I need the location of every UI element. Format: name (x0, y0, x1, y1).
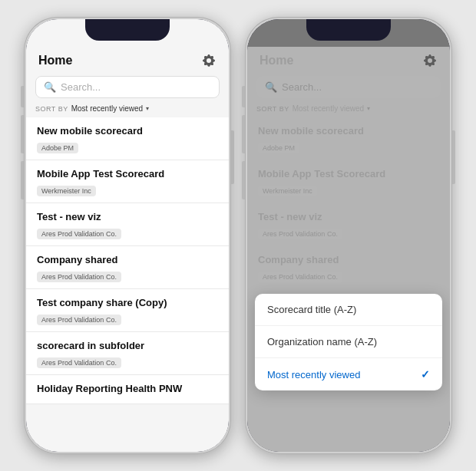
notch-right (306, 19, 391, 41)
sort-bar-left[interactable]: SORT BY Most recently viewed ▾ (26, 103, 229, 117)
list-item-title: Test company share (Copy) (37, 297, 218, 308)
list-item[interactable]: New mobile scorecard Adobe PM (26, 117, 229, 160)
app-content-left: Home 🔍 Search... SORT BY Most recently v… (26, 47, 229, 452)
app-header-left: Home (26, 47, 229, 73)
search-icon-left: 🔍 (44, 81, 56, 93)
volume-up-button-right (242, 115, 245, 153)
mute-button-right (242, 86, 245, 107)
list-item[interactable]: Holiday Reporting Health PNW (26, 375, 229, 404)
dropdown-item[interactable]: Scorecard title (A-Z) (255, 294, 442, 326)
screen-right: Home 🔍 Search... SORT BY Most recently v… (247, 19, 450, 452)
list-item-badge: Ares Prod Validation Co. (37, 357, 121, 368)
phones-container: Home 🔍 Search... SORT BY Most recently v… (16, 9, 460, 462)
volume-down-button (21, 161, 24, 199)
list-item-title: scorecard in subfolder (37, 340, 218, 351)
list-item-badge: Werkmeister Inc (37, 186, 96, 196)
list-item[interactable]: Company shared Ares Prod Validation Co. (26, 246, 229, 289)
gear-icon-left[interactable] (201, 53, 217, 68)
sort-value-left: Most recently viewed (71, 104, 143, 113)
search-bar-left[interactable]: 🔍 Search... (35, 76, 220, 98)
dropdown-item[interactable]: Organization name (A-Z) (255, 326, 442, 358)
list-item-title: Company shared (37, 254, 218, 265)
list-item-badge: Ares Prod Validation Co. (37, 315, 121, 325)
list-left: New mobile scorecard Adobe PM Mobile App… (26, 117, 229, 452)
chevron-down-icon-left: ▾ (146, 105, 149, 112)
list-item-title: Test - new viz (37, 211, 218, 222)
power-button (231, 130, 234, 184)
list-item-badge: Ares Prod Validation Co. (37, 229, 121, 239)
list-item[interactable]: Mobile App Test Scorecard Werkmeister In… (26, 160, 229, 203)
mute-button (21, 86, 24, 107)
search-placeholder-left: Search... (61, 81, 101, 93)
list-item-title: Mobile App Test Scorecard (37, 168, 218, 180)
notch-left (85, 19, 170, 41)
dropdown-item[interactable]: Most recently viewed ✓ (255, 358, 442, 390)
list-item-badge: Adobe PM (37, 143, 78, 153)
phone-right-inner: Home 🔍 Search... SORT BY Most recently v… (247, 19, 450, 452)
power-button-right (452, 130, 455, 184)
list-item-title: Holiday Reporting Health PNW (37, 383, 218, 394)
page-title-left: Home (38, 54, 72, 68)
phone-left-inner: Home 🔍 Search... SORT BY Most recently v… (26, 19, 229, 452)
volume-down-button-right (242, 161, 245, 199)
list-item[interactable]: scorecard in subfolder Ares Prod Validat… (26, 332, 229, 375)
volume-up-button (21, 115, 24, 153)
dropdown-item-label: Most recently viewed (267, 369, 360, 380)
dropdown-item-label: Scorecard title (A-Z) (267, 304, 356, 315)
phone-left: Home 🔍 Search... SORT BY Most recently v… (24, 17, 231, 454)
sort-label-left: SORT BY (35, 105, 68, 113)
phone-right: Home 🔍 Search... SORT BY Most recently v… (245, 17, 452, 454)
dropdown-item-label: Organization name (A-Z) (267, 336, 377, 347)
list-item[interactable]: Test company share (Copy) Ares Prod Vali… (26, 289, 229, 332)
list-item-title: New mobile scorecard (37, 125, 218, 137)
check-icon: ✓ (421, 368, 430, 380)
list-item[interactable]: Test - new viz Ares Prod Validation Co. (26, 203, 229, 246)
sort-dropdown[interactable]: Scorecard title (A-Z) Organization name … (255, 294, 442, 390)
screen-left: Home 🔍 Search... SORT BY Most recently v… (26, 19, 229, 452)
list-item-badge: Ares Prod Validation Co. (37, 272, 121, 282)
